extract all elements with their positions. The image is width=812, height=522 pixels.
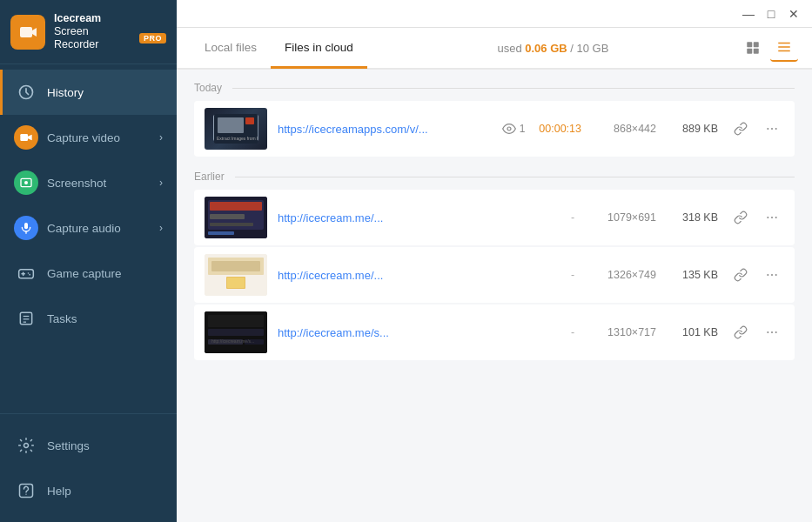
file-url[interactable]: https://icecreamapps.com/v/... (278, 123, 492, 136)
storage-used: 0.06 GB (525, 42, 567, 55)
view-toggle (739, 34, 798, 62)
copy-link-button[interactable] (728, 263, 753, 287)
svg-point-43 (771, 217, 773, 218)
app-title-screen: Screen Recorder (54, 25, 135, 51)
sidebar-item-screenshot[interactable]: Screenshot › (0, 160, 177, 205)
copy-link-button[interactable] (728, 205, 753, 230)
settings-icon (14, 433, 38, 458)
sidebar-item-capture-audio[interactable]: Capture audio › (0, 205, 177, 251)
tab-local-files[interactable]: Local files (191, 29, 271, 69)
app-title-top: Icecream (54, 12, 166, 25)
file-size: 135 KB (670, 269, 718, 281)
svg-rect-21 (747, 42, 752, 47)
file-thumbnail (205, 254, 267, 296)
chevron-right-icon: › (159, 131, 163, 144)
file-meta: - 1079×691 318 KB (564, 211, 718, 224)
app-logo (10, 15, 45, 50)
history-icon (14, 80, 38, 104)
sidebar-item-capture-video[interactable]: Capture video › (0, 115, 177, 160)
file-size: 318 KB (670, 211, 718, 224)
svg-point-33 (767, 128, 768, 130)
svg-marker-1 (32, 28, 37, 37)
sidebar-bottom: Settings Help (0, 413, 177, 522)
sidebar-item-label-help: Help (47, 485, 163, 498)
section-today: Today (194, 70, 795, 101)
file-actions (728, 263, 784, 287)
svg-point-6 (24, 181, 28, 184)
audio-icon (14, 216, 38, 240)
storage-prefix: used (497, 42, 525, 55)
sidebar-item-settings[interactable]: Settings (0, 423, 177, 468)
svg-point-35 (775, 128, 777, 130)
chevron-right-icon-2: › (159, 177, 163, 189)
file-info: https://icecreamapps.com/v/... (278, 123, 492, 136)
svg-rect-55 (208, 315, 264, 327)
storage-info: used 0.06 GB / 10 GB (367, 42, 739, 55)
sidebar-item-history[interactable]: History (0, 70, 177, 115)
svg-rect-39 (210, 214, 245, 219)
tasks-icon (14, 306, 38, 331)
file-dims: 868×442 (595, 123, 656, 135)
sidebar-item-tasks[interactable]: Tasks (0, 296, 177, 341)
no-views: - (564, 269, 581, 281)
storage-separator: / (567, 42, 577, 55)
main-content: — □ ✕ Local files Files in cloud used 0.… (177, 0, 812, 522)
svg-point-32 (507, 127, 511, 130)
svg-rect-47 (211, 261, 260, 271)
sidebar-item-game-capture[interactable]: Game capture (0, 251, 177, 296)
more-options-button[interactable] (760, 117, 784, 141)
maximize-button[interactable]: □ (760, 3, 782, 25)
svg-point-52 (775, 274, 777, 276)
file-url[interactable]: http://icecream.me/... (278, 211, 554, 224)
file-dims: 1079×691 (595, 211, 656, 224)
close-button[interactable]: ✕ (782, 3, 805, 25)
no-views: - (564, 211, 581, 224)
sidebar-item-label-capture-audio: Capture audio (47, 222, 159, 235)
svg-rect-30 (245, 117, 254, 124)
copy-link-button[interactable] (728, 117, 753, 141)
video-icon (14, 125, 38, 150)
svg-rect-24 (754, 49, 759, 54)
minimize-button[interactable]: — (737, 3, 760, 25)
file-url[interactable]: http://icecream.me/s... (278, 326, 554, 339)
svg-point-62 (775, 331, 777, 333)
sidebar-item-label-capture-video: Capture video (47, 131, 159, 144)
svg-point-13 (29, 274, 30, 276)
svg-rect-7 (24, 223, 28, 229)
svg-point-42 (767, 217, 768, 218)
views-count: 1 (520, 123, 526, 135)
svg-text:http://icecream.me/s...: http://icecream.me/s... (211, 338, 254, 344)
more-options-button[interactable] (760, 263, 784, 287)
file-actions (728, 205, 784, 230)
table-row: http://icecream.me/... - 1326×749 135 KB (194, 247, 795, 303)
chevron-right-icon-3: › (159, 222, 163, 234)
svg-rect-0 (20, 27, 32, 37)
svg-rect-41 (208, 231, 234, 235)
svg-rect-22 (754, 42, 759, 47)
table-row: http://icecream.me/s... http://icecream.… (194, 304, 795, 360)
file-thumbnail (205, 197, 267, 238)
grid-view-button[interactable] (739, 34, 767, 62)
tabs-bar: Local files Files in cloud used 0.06 GB … (177, 28, 812, 70)
svg-rect-9 (19, 270, 34, 278)
file-size: 101 KB (670, 326, 718, 338)
titlebar: — □ ✕ (177, 0, 812, 28)
game-icon (14, 261, 38, 285)
list-view-button[interactable] (770, 34, 798, 62)
table-row: http://icecream.me/... - 1079×691 318 KB (194, 190, 795, 245)
sidebar-item-label-screenshot: Screenshot (47, 177, 159, 190)
app-title: Icecream Screen Recorder PRO (54, 12, 166, 51)
copy-link-button[interactable] (728, 320, 753, 345)
section-earlier: Earlier (194, 158, 795, 190)
svg-point-50 (767, 274, 768, 276)
svg-point-60 (767, 331, 768, 333)
svg-rect-38 (210, 202, 262, 211)
tab-files-in-cloud[interactable]: Files in cloud (271, 29, 367, 69)
more-options-button[interactable] (760, 320, 784, 345)
file-url[interactable]: http://icecream.me/... (278, 269, 554, 282)
more-options-button[interactable] (760, 205, 784, 230)
sidebar: Icecream Screen Recorder PRO History (0, 0, 177, 522)
sidebar-item-label-settings: Settings (47, 439, 163, 452)
sidebar-nav: History Capture video › Screenshot › (0, 64, 177, 413)
sidebar-item-help[interactable]: Help (0, 468, 177, 513)
